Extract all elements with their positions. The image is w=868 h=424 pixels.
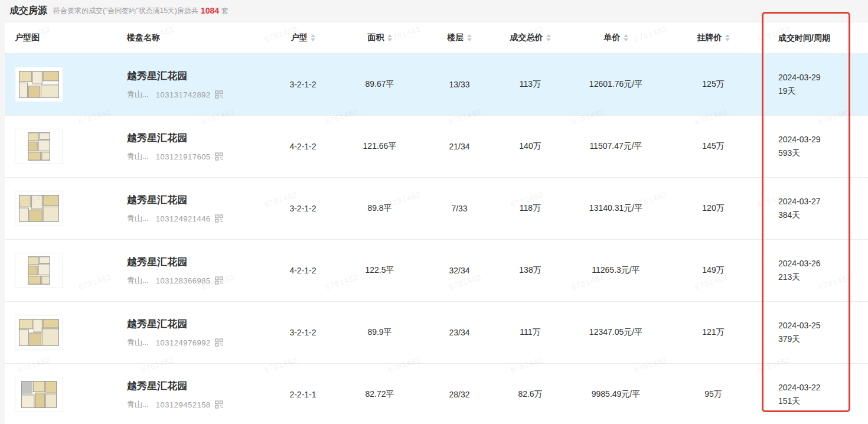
district-label: 青山...: [127, 151, 149, 162]
table-row[interactable]: 越秀星汇花园 青山... 103129452158 2-2-1-1 82.72平…: [5, 364, 868, 424]
district-label: 青山...: [127, 399, 149, 410]
deal-date: 2024-03-27: [778, 195, 868, 208]
sort-icon[interactable]: [725, 34, 730, 41]
table-row[interactable]: 越秀星汇花园 青山... 103124921446 3-2-1-2 89.8平 …: [5, 178, 868, 240]
table-row[interactable]: 越秀星汇花园 青山... 103128366985 4-2-1-2 122.5平…: [5, 240, 868, 302]
floorplan-thumbnail[interactable]: [15, 129, 63, 164]
deal-date: 2024-03-26: [778, 257, 868, 270]
listing-id: 103131742892: [156, 90, 211, 99]
caret-down-icon: [725, 38, 730, 41]
floor-value: 32/34: [424, 266, 495, 275]
qrcode-icon[interactable]: [215, 90, 223, 99]
estate-name[interactable]: 越秀星汇花园: [127, 255, 270, 269]
caret-down-icon: [546, 38, 551, 41]
page-title: 成交房源: [9, 5, 47, 17]
listing-price-value: 95万: [666, 389, 761, 400]
area-value: 82.72平: [335, 389, 424, 400]
estate-name[interactable]: 越秀星汇花园: [127, 131, 270, 145]
deal-cycle: 213天: [778, 270, 868, 284]
deal-cycle: 19天: [778, 84, 868, 98]
floor-value: 23/34: [424, 328, 495, 337]
total-price-value: 82.6万: [495, 389, 566, 400]
district-label: 青山...: [127, 337, 149, 348]
table-row[interactable]: 越秀星汇花园 青山... 103121917605 4-2-1-2 121.66…: [5, 116, 868, 178]
sort-icon[interactable]: [311, 34, 315, 41]
table-row[interactable]: 越秀星汇花园 青山... 103124976992 3-2-1-2 89.9平 …: [5, 302, 868, 364]
floorplan-image: [17, 69, 61, 100]
caret-up-icon: [624, 34, 628, 37]
floorplan-image: [17, 193, 61, 224]
sort-icon[interactable]: [624, 34, 628, 41]
col-listing-price-label: 挂牌价: [697, 32, 722, 43]
col-deal-time: 成交时间/周期: [761, 31, 868, 45]
col-layout-label: 户型: [291, 32, 308, 43]
floorplan-image: [26, 255, 52, 286]
col-area-label: 面积: [368, 32, 384, 43]
caret-down-icon: [467, 38, 472, 41]
sort-icon[interactable]: [467, 34, 472, 41]
unit-price-value: 12347.05元/平: [566, 327, 666, 338]
floorplan-thumbnail[interactable]: [15, 377, 63, 412]
listing-id: 103124976992: [156, 338, 211, 347]
deals-table: 户型图 楼盘名称 户型 面积 楼层 成交总价 单价 挂牌价 成交时间/周期 越秀…: [5, 22, 868, 424]
floorplan-thumbnail[interactable]: [15, 315, 63, 350]
col-listing-price[interactable]: 挂牌价: [666, 32, 761, 43]
deal-cycle: 151天: [778, 394, 868, 408]
col-total-price[interactable]: 成交总价: [495, 32, 566, 43]
qrcode-icon[interactable]: [215, 338, 223, 347]
deal-date: 2024-03-22: [778, 381, 868, 394]
qrcode-icon[interactable]: [215, 400, 223, 409]
total-price-value: 140万: [495, 141, 566, 152]
col-unit-price-label: 单价: [604, 32, 621, 43]
estate-name[interactable]: 越秀星汇花园: [127, 69, 270, 83]
col-unit-price[interactable]: 单价: [566, 32, 666, 43]
district-label: 青山...: [127, 213, 149, 224]
district-label: 青山...: [127, 89, 149, 100]
listing-id: 103128366985: [156, 276, 211, 285]
floor-value: 7/33: [424, 204, 495, 213]
estate-name[interactable]: 越秀星汇花园: [127, 317, 270, 331]
caret-up-icon: [725, 34, 730, 37]
floorplan-thumbnail[interactable]: [15, 253, 63, 288]
unit-price-value: 9985.49元/平: [566, 389, 666, 400]
col-estate-name: 楼盘名称: [111, 32, 270, 43]
caret-down-icon: [387, 38, 392, 41]
layout-value: 3-2-1-2: [270, 204, 335, 213]
listing-id: 103121917605: [156, 152, 211, 161]
table-header: 户型图 楼盘名称 户型 面积 楼层 成交总价 单价 挂牌价 成交时间/周期: [5, 22, 868, 54]
floorplan-image: [19, 379, 58, 410]
col-layout[interactable]: 户型: [270, 32, 335, 43]
listing-id: 103129452158: [156, 400, 211, 409]
listing-price-value: 120万: [666, 203, 761, 214]
qrcode-icon[interactable]: [215, 152, 223, 161]
floorplan-thumbnail[interactable]: [15, 191, 63, 226]
estate-name[interactable]: 越秀星汇花园: [127, 379, 270, 393]
col-floor-label: 楼层: [448, 32, 464, 43]
total-price-value: 113万: [495, 79, 566, 90]
col-floor[interactable]: 楼层: [424, 32, 495, 43]
estate-name[interactable]: 越秀星汇花园: [127, 193, 270, 207]
total-price-value: 111万: [495, 327, 566, 338]
qrcode-icon[interactable]: [215, 214, 223, 223]
floorplan-thumbnail[interactable]: [15, 67, 63, 102]
sort-icon[interactable]: [546, 34, 551, 41]
caret-up-icon: [311, 34, 315, 37]
caret-down-icon: [311, 38, 315, 41]
page-subtitle: 符合要求的成交("合同签约"状态满15天)房源共: [53, 6, 198, 16]
qrcode-icon[interactable]: [215, 276, 223, 285]
result-count-unit: 套: [221, 6, 229, 16]
unit-price-value: 13140.31元/平: [566, 203, 666, 214]
layout-value: 3-2-1-2: [270, 328, 335, 337]
col-total-price-label: 成交总价: [510, 32, 543, 43]
col-area[interactable]: 面积: [335, 32, 424, 43]
table-row[interactable]: 越秀星汇花园 青山... 103131742892 3-2-1-2 89.67平…: [5, 54, 868, 116]
area-value: 89.9平: [335, 327, 424, 338]
sort-icon[interactable]: [387, 34, 392, 41]
col-floorplan: 户型图: [5, 32, 111, 43]
deal-cycle: 593天: [778, 146, 868, 160]
floorplan-image: [26, 131, 52, 162]
deal-cycle: 379天: [778, 332, 868, 346]
layout-value: 3-2-1-2: [270, 80, 335, 89]
caret-up-icon: [387, 34, 392, 37]
deal-date: 2024-03-25: [778, 319, 868, 332]
